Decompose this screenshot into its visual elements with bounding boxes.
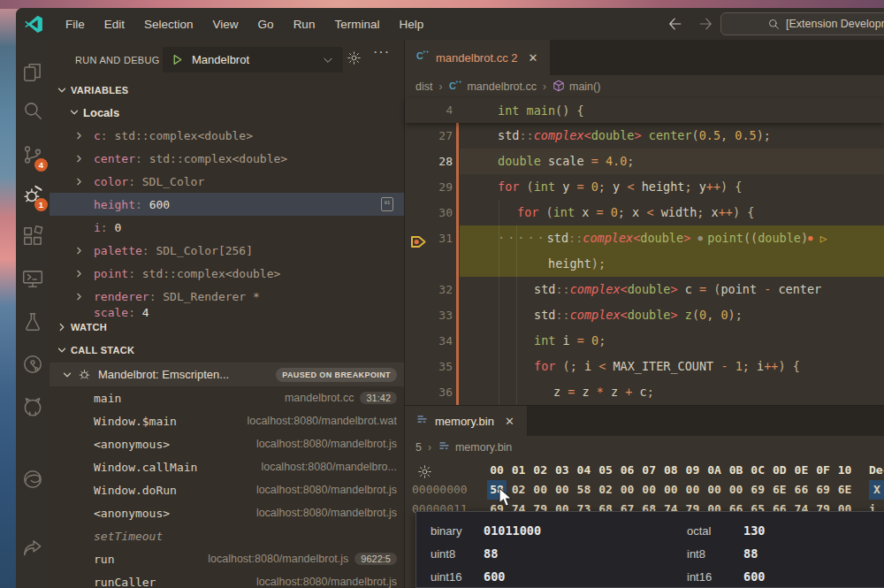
- hex-row[interactable]: 00000000580200005802000000000000696E6669…: [405, 480, 884, 500]
- memory-ref[interactable]: 5: [415, 441, 422, 454]
- view-binary-icon[interactable]: 01: [381, 197, 393, 211]
- activity-explorer[interactable]: [16, 57, 50, 91]
- hex-byte[interactable]: 6E: [770, 480, 789, 500]
- code-line-29[interactable]: 29for (int y = 0; y < height; y++) {: [405, 174, 884, 200]
- code-line-wrap[interactable]: height);: [405, 251, 884, 277]
- line-number[interactable]: 36: [405, 379, 453, 405]
- line-number[interactable]: 29: [405, 174, 453, 200]
- activity-testing[interactable]: [16, 307, 50, 340]
- decoded-char[interactable]: X: [869, 480, 884, 500]
- sticky-scroll-line[interactable]: 4int main() {: [405, 98, 884, 123]
- stack-frame-row[interactable]: runlocalhost:8080/mandelbrot.js9622:5: [50, 547, 404, 570]
- chevron-right-icon[interactable]: [74, 292, 84, 302]
- code-line-35[interactable]: 35for (; i < MAX_ITER_COUNT - 1; i++) {: [405, 354, 884, 379]
- code-area[interactable]: 27std::complex<double> center(0.5, 0.5);…: [405, 123, 884, 405]
- stack-frame-row[interactable]: setTimeout: [50, 524, 404, 547]
- debug-session-row[interactable]: Mandelbrot: Emscripten... PAUSED ON BREA…: [50, 363, 404, 386]
- menu-selection[interactable]: Selection: [134, 14, 203, 34]
- line-number[interactable]: 30: [405, 200, 453, 225]
- close-icon[interactable]: ✕: [525, 50, 542, 66]
- menu-terminal[interactable]: Terminal: [324, 14, 389, 34]
- stack-frame-row[interactable]: Window.doRunlocalhost:8080/mandelbrot.js: [50, 478, 404, 501]
- stack-frame-row[interactable]: <anonymous>localhost:8080/mandelbrot.js: [50, 501, 404, 524]
- more-actions-button[interactable]: ···: [373, 44, 390, 60]
- activity-edge-tools[interactable]: [16, 464, 50, 498]
- close-icon[interactable]: ✕: [501, 413, 518, 430]
- code-line-32[interactable]: 32std::complex<double> c = (point - cent…: [405, 277, 884, 302]
- code-line-30[interactable]: 30for (int x = 0; x < width; x++) {: [405, 200, 884, 225]
- command-search-input[interactable]: [Extension Developm: [720, 12, 884, 35]
- stack-frame-row[interactable]: Window.$mainlocalhost:8080/mandelbrot.wa…: [50, 409, 404, 432]
- activity-search[interactable]: [16, 95, 50, 129]
- stack-frame-row[interactable]: runCallerlocalhost:8080/mandelbrot.js: [50, 570, 404, 588]
- breakpoint-current-icon[interactable]: [410, 232, 428, 257]
- menu-go[interactable]: Go: [248, 14, 284, 34]
- activity-share[interactable]: [16, 533, 50, 567]
- hex-byte[interactable]: 66: [791, 480, 811, 500]
- chevron-right-icon[interactable]: [74, 246, 84, 256]
- hex-byte[interactable]: 69: [813, 480, 833, 500]
- locals-scope-row[interactable]: Locals: [50, 101, 404, 124]
- activity-gitlens[interactable]: [16, 349, 50, 383]
- memory-file[interactable]: memory.bin: [455, 441, 512, 454]
- menu-view[interactable]: View: [203, 14, 248, 34]
- debug-config-select[interactable]: Mandelbrot: [163, 47, 343, 73]
- nav-back-icon[interactable]: [667, 15, 684, 33]
- breadcrumb[interactable]: dist › C⁺⁺ mandelbrot.cc › main(): [405, 75, 884, 98]
- hex-byte[interactable]: 00: [618, 480, 637, 500]
- code-line-27[interactable]: 27std::complex<double> center(0.5, 0.5);: [405, 123, 884, 149]
- hex-byte[interactable]: 58: [574, 480, 593, 500]
- hex-byte[interactable]: 6E: [835, 480, 855, 500]
- menu-run[interactable]: Run: [284, 14, 325, 34]
- variable-row-center[interactable]: center: std::complex<double>: [50, 147, 404, 170]
- breadcrumb-symbol[interactable]: main(): [569, 80, 600, 93]
- variable-row-palette[interactable]: palette: SDL_Color[256]: [50, 239, 404, 262]
- variable-row-scale[interactable]: scale: 4: [50, 308, 404, 317]
- chevron-right-icon[interactable]: [74, 154, 84, 164]
- code-line-33[interactable]: 33std::complex<double> z(0, 0);: [405, 302, 884, 328]
- stack-frame-row[interactable]: Window.callMainlocalhost:8080/mandelbro.…: [50, 455, 404, 478]
- breadcrumb-file[interactable]: mandelbrot.cc: [467, 80, 537, 93]
- code-line-31[interactable]: 31·····std::complex<double> ● point((dou…: [405, 225, 884, 251]
- memory-breadcrumb[interactable]: 5 › memory.bin: [405, 436, 884, 459]
- activity-extensions[interactable]: [16, 221, 50, 255]
- hex-byte[interactable]: 00: [661, 480, 681, 500]
- start-debug-icon[interactable]: [171, 54, 183, 65]
- watch-header[interactable]: WATCH: [50, 317, 404, 338]
- hex-byte[interactable]: 69: [748, 480, 767, 500]
- code-line-36[interactable]: 36z = z * z + c;: [405, 379, 884, 405]
- tab-mandelbrot[interactable]: C⁺⁺ mandelbrot.cc 2 ✕: [405, 40, 550, 75]
- hex-byte[interactable]: 00: [639, 480, 659, 500]
- debug-settings-gear-icon[interactable]: [347, 50, 362, 69]
- hex-byte[interactable]: 00: [530, 480, 550, 500]
- hex-byte[interactable]: 00: [552, 480, 572, 500]
- menu-file[interactable]: File: [56, 14, 95, 34]
- variables-header[interactable]: VARIABLES: [50, 80, 404, 101]
- code-line-28[interactable]: 28double scale = 4.0;: [405, 149, 884, 174]
- line-number[interactable]: 27: [405, 123, 453, 149]
- line-number[interactable]: 34: [405, 328, 453, 354]
- variable-row-renderer[interactable]: renderer: SDL_Renderer *: [50, 285, 404, 308]
- hex-byte[interactable]: 00: [705, 480, 724, 500]
- activity-run-and-debug[interactable]: 1: [16, 179, 50, 213]
- hex-byte[interactable]: 00: [727, 480, 746, 500]
- line-number[interactable]: 33: [405, 302, 453, 328]
- variable-row-height[interactable]: height: 60001: [50, 193, 404, 216]
- hex-byte[interactable]: 02: [596, 480, 615, 500]
- hex-byte[interactable]: 00: [682, 480, 702, 500]
- tab-memory-bin[interactable]: memory.bin ✕: [405, 406, 527, 436]
- menu-edit[interactable]: Edit: [95, 14, 134, 34]
- breadcrumb-folder[interactable]: dist: [415, 80, 432, 93]
- activity-remote-explorer[interactable]: [16, 263, 50, 297]
- variable-row-point[interactable]: point: std::complex<double>: [50, 262, 404, 285]
- menu-help[interactable]: Help: [389, 14, 433, 34]
- call-stack-header[interactable]: CALL STACK: [50, 340, 404, 361]
- activity-source-control[interactable]: 4: [16, 140, 50, 173]
- variable-row-c[interactable]: c: std::complex<double>: [50, 124, 404, 147]
- stack-frame-row[interactable]: <anonymous>localhost:8080/mandelbrot.js: [50, 432, 404, 455]
- chevron-right-icon[interactable]: [74, 177, 84, 187]
- variable-row-color[interactable]: color: SDL_Color: [50, 170, 404, 193]
- chevron-right-icon[interactable]: [74, 131, 84, 141]
- stack-frame-row[interactable]: mainmandelbrot.cc31:42: [50, 386, 404, 409]
- line-number[interactable]: 32: [405, 277, 453, 302]
